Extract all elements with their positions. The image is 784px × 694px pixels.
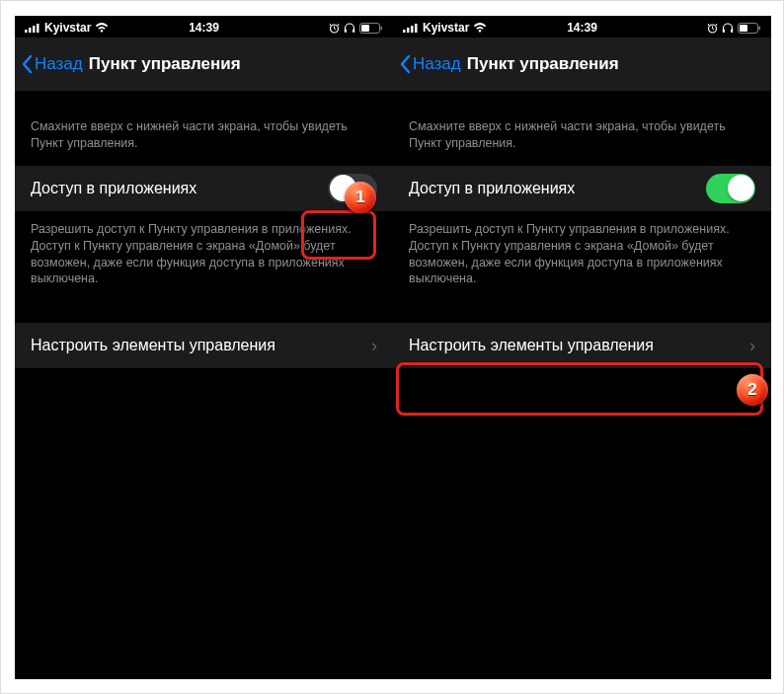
carrier-label: Kyivstar: [44, 21, 91, 35]
signal-icon: [25, 23, 40, 33]
svg-rect-18: [740, 25, 747, 32]
svg-rect-0: [25, 30, 28, 33]
wifi-icon: [95, 23, 109, 33]
svg-rect-19: [759, 26, 761, 30]
left-screenshot: Kyivstar 14:39 Назад Пункт управления См…: [15, 16, 393, 679]
chevron-right-icon: ›: [371, 336, 377, 356]
svg-rect-16: [731, 29, 733, 33]
svg-rect-15: [723, 29, 725, 33]
svg-rect-9: [381, 26, 383, 30]
svg-rect-5: [345, 29, 347, 33]
nav-bar: Назад Пункт управления: [15, 38, 393, 91]
access-toggle[interactable]: [706, 174, 755, 203]
svg-rect-11: [407, 28, 410, 33]
svg-rect-2: [33, 26, 36, 33]
chevron-right-icon: ›: [749, 336, 755, 356]
access-footer: Разрешить доступ к Пункту управления в п…: [393, 221, 771, 288]
hint-text: Смахните вверх с нижней части экрана, чт…: [393, 118, 771, 152]
customize-row[interactable]: Настроить элементы управления ›: [393, 323, 771, 368]
access-footer: Разрешить доступ к Пункту управления в п…: [15, 221, 393, 288]
access-in-apps-row: Доступ в приложениях: [15, 166, 393, 211]
back-label: Назад: [35, 54, 83, 74]
access-in-apps-row: Доступ в приложениях: [393, 166, 771, 211]
nav-bar: Назад Пункт управления: [393, 38, 771, 91]
hint-text: Смахните вверх с нижней части экрана, чт…: [15, 118, 393, 152]
chevron-left-icon: [21, 54, 33, 74]
status-time: 14:39: [567, 21, 597, 35]
carrier-label: Kyivstar: [423, 21, 469, 35]
chevron-left-icon: [399, 54, 411, 74]
battery-icon: [359, 23, 383, 34]
access-label: Доступ в приложениях: [409, 180, 575, 197]
toggle-knob: [330, 175, 356, 201]
svg-rect-13: [415, 24, 418, 33]
alarm-icon: [329, 23, 340, 34]
back-button[interactable]: Назад: [21, 54, 83, 74]
customize-label: Настроить элементы управления: [409, 337, 654, 354]
svg-rect-8: [361, 25, 369, 32]
page-title: Пункт управления: [89, 54, 241, 74]
alarm-icon: [707, 23, 718, 34]
access-toggle[interactable]: [328, 174, 377, 203]
headphones-icon: [722, 23, 734, 34]
signal-icon: [403, 23, 419, 33]
headphones-icon: [344, 23, 355, 34]
status-bar: Kyivstar 14:39: [15, 16, 393, 38]
back-label: Назад: [413, 54, 461, 74]
battery-icon: [738, 23, 761, 34]
customize-row[interactable]: Настроить элементы управления ›: [15, 323, 393, 368]
svg-rect-6: [353, 29, 354, 33]
customize-label: Настроить элементы управления: [31, 337, 275, 354]
access-label: Доступ в приложениях: [31, 180, 196, 197]
wifi-icon: [473, 23, 487, 33]
status-time: 14:39: [189, 21, 219, 35]
toggle-knob: [728, 175, 754, 201]
status-bar: Kyivstar 14:39: [393, 16, 771, 38]
svg-rect-1: [29, 28, 32, 33]
page-title: Пункт управления: [467, 54, 619, 74]
svg-rect-3: [37, 24, 39, 33]
back-button[interactable]: Назад: [399, 54, 461, 74]
svg-rect-12: [411, 26, 414, 33]
svg-rect-10: [403, 30, 406, 33]
right-screenshot: Kyivstar 14:39 Назад Пункт управления См…: [393, 16, 771, 679]
